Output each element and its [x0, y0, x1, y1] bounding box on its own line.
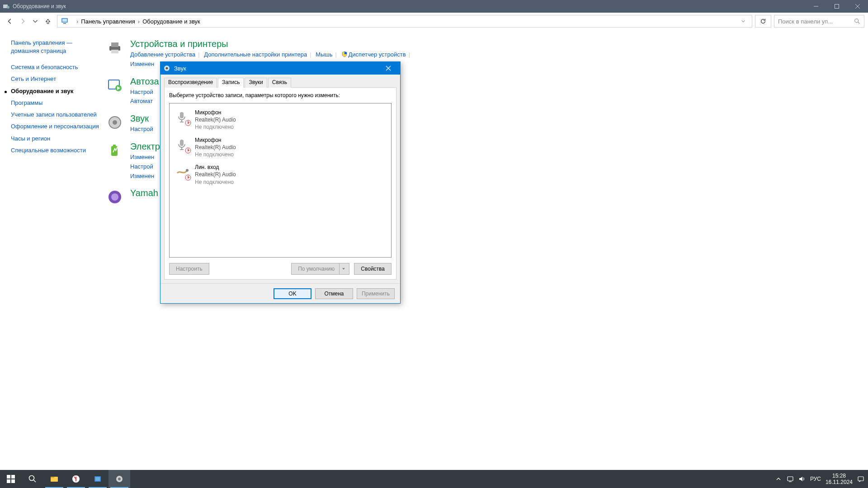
- cancel-button[interactable]: Отмена: [315, 288, 353, 299]
- language-indicator[interactable]: РУС: [810, 476, 821, 482]
- link-power-change1[interactable]: Изменен: [130, 154, 154, 160]
- autoplay-icon: [106, 76, 124, 94]
- clock[interactable]: 15:28 16.11.2024: [826, 473, 853, 486]
- device-item[interactable]: Микрофон Realtek(R) Audio Не подключено: [172, 106, 388, 134]
- instructions-text: Выберите устройство записи, параметры ко…: [169, 92, 392, 99]
- address-bar[interactable]: › Панель управления › Оборудование и зву…: [57, 15, 752, 28]
- minimize-button[interactable]: [806, 0, 826, 13]
- svg-rect-30: [180, 140, 184, 146]
- device-driver: Realtek(R) Audio: [195, 144, 236, 151]
- svg-rect-46: [95, 477, 100, 481]
- svg-rect-19: [113, 145, 116, 146]
- breadcrumb-item[interactable]: Панель управления: [81, 18, 135, 25]
- sound-dialog: Звук Воспроизведение Запись Звуки Связь …: [160, 61, 401, 304]
- configure-button[interactable]: Настроить: [169, 263, 209, 275]
- svg-line-10: [858, 22, 860, 24]
- link-autoplay-setting[interactable]: Настрой: [130, 89, 153, 95]
- sidebar-item-clock[interactable]: Часы и регион: [11, 135, 100, 142]
- recording-device-list[interactable]: Микрофон Realtek(R) Audio Не подключено …: [169, 103, 392, 258]
- svg-point-40: [29, 476, 34, 481]
- link-power-change2[interactable]: Изменен: [130, 173, 154, 179]
- system-tray: РУС 15:28 16.11.2024: [775, 470, 868, 488]
- dialog-tabs: Воспроизведение Запись Звуки Связь: [164, 77, 396, 87]
- category-title[interactable]: Автоза: [130, 76, 159, 87]
- default-button[interactable]: По умолчанию: [291, 263, 349, 275]
- history-dropdown[interactable]: [29, 15, 42, 28]
- close-button[interactable]: [847, 0, 868, 13]
- apply-button[interactable]: Применить: [357, 288, 395, 299]
- sidebar-item-accessibility[interactable]: Специальные возможности: [11, 147, 100, 154]
- svg-rect-7: [62, 19, 67, 22]
- svg-point-1: [7, 6, 9, 9]
- device-status: Не подключено: [195, 178, 236, 186]
- start-button[interactable]: [0, 470, 22, 488]
- tray-overflow-button[interactable]: [775, 475, 782, 483]
- address-dropdown-button[interactable]: [736, 15, 750, 27]
- properties-button[interactable]: Свойства: [354, 263, 392, 275]
- sidebar-home-link[interactable]: Панель управления — домашняя страница: [11, 39, 100, 55]
- tab-playback[interactable]: Воспроизведение: [164, 78, 217, 88]
- dialog-close-button[interactable]: [379, 62, 397, 75]
- svg-rect-13: [111, 50, 118, 53]
- link-power-setting[interactable]: Настрой: [130, 163, 153, 170]
- search-button[interactable]: [22, 470, 43, 488]
- taskbar-app-yandex[interactable]: [65, 470, 87, 488]
- sidebar-item-appearance[interactable]: Оформление и персонализация: [11, 123, 100, 130]
- device-item[interactable]: Лин. вход Realtek(R) Audio Не подключено: [172, 161, 388, 188]
- category-title[interactable]: Устройства и принтеры: [130, 39, 413, 49]
- svg-rect-18: [111, 146, 118, 156]
- taskbar-app-explorer[interactable]: [43, 470, 65, 488]
- device-driver: Realtek(R) Audio: [195, 116, 236, 123]
- svg-rect-12: [111, 42, 118, 47]
- device-name: Микрофон: [195, 109, 236, 116]
- taskbar-app-settings[interactable]: [87, 470, 108, 488]
- yamaha-icon: [106, 188, 124, 206]
- sidebar-item-network[interactable]: Сеть и Интернет: [11, 75, 100, 83]
- svg-point-48: [118, 478, 121, 480]
- disconnected-badge-icon: [185, 174, 191, 181]
- clock-date: 16.11.2024: [826, 479, 853, 485]
- svg-point-34: [186, 169, 189, 172]
- link-device-manager[interactable]: Диспетчер устройств: [349, 51, 406, 58]
- svg-point-9: [855, 19, 859, 23]
- link-mouse[interactable]: Мышь: [316, 51, 332, 58]
- device-driver: Realtek(R) Audio: [195, 171, 236, 178]
- svg-rect-38: [7, 479, 10, 483]
- forward-button[interactable]: [16, 15, 29, 28]
- link-add-device[interactable]: Добавление устройства: [130, 51, 195, 58]
- refresh-button[interactable]: [755, 15, 771, 28]
- microphone-icon: [174, 109, 190, 125]
- device-status: Не подключено: [195, 151, 236, 158]
- battery-icon: [106, 141, 124, 160]
- sidebar-item-hardware[interactable]: Оборудование и звук: [11, 88, 100, 95]
- link-autoplay-auto[interactable]: Автомат: [130, 98, 153, 104]
- category-title[interactable]: Электр: [130, 141, 160, 152]
- up-button[interactable]: [42, 15, 54, 28]
- notifications-button[interactable]: [857, 475, 864, 483]
- sidebar-item-system[interactable]: Система и безопасность: [11, 64, 100, 71]
- tab-sounds[interactable]: Звуки: [245, 78, 267, 88]
- tab-recording[interactable]: Запись: [218, 78, 244, 88]
- dialog-titlebar[interactable]: Звук: [160, 62, 400, 75]
- link-sound-setting[interactable]: Настрой: [130, 126, 153, 132]
- network-icon[interactable]: [787, 475, 794, 483]
- maximize-button[interactable]: [826, 0, 847, 13]
- volume-icon[interactable]: [798, 475, 806, 483]
- category-title[interactable]: Yamah: [130, 188, 158, 198]
- ok-button[interactable]: OK: [274, 288, 311, 299]
- link-printer-settings[interactable]: Дополнительные настройки принтера: [204, 51, 307, 58]
- svg-rect-49: [788, 477, 793, 481]
- device-item[interactable]: Микрофон Realtek(R) Audio Не подключено: [172, 134, 388, 161]
- breadcrumb-item[interactable]: Оборудование и звук: [142, 18, 200, 25]
- search-placeholder: Поиск в панели уп...: [778, 18, 833, 25]
- dialog-footer: OK Отмена Применить: [160, 283, 400, 303]
- chevron-down-icon: [339, 263, 347, 274]
- tab-communications[interactable]: Связь: [268, 78, 291, 88]
- shield-icon: [341, 51, 348, 57]
- link-change[interactable]: Изменен: [130, 61, 154, 67]
- sidebar-item-programs[interactable]: Программы: [11, 99, 100, 107]
- search-input[interactable]: Поиск в панели уп...: [774, 15, 864, 28]
- back-button[interactable]: [4, 15, 16, 28]
- sidebar-item-accounts[interactable]: Учетные записи пользователей: [11, 111, 100, 118]
- taskbar-app-sound[interactable]: [108, 470, 130, 488]
